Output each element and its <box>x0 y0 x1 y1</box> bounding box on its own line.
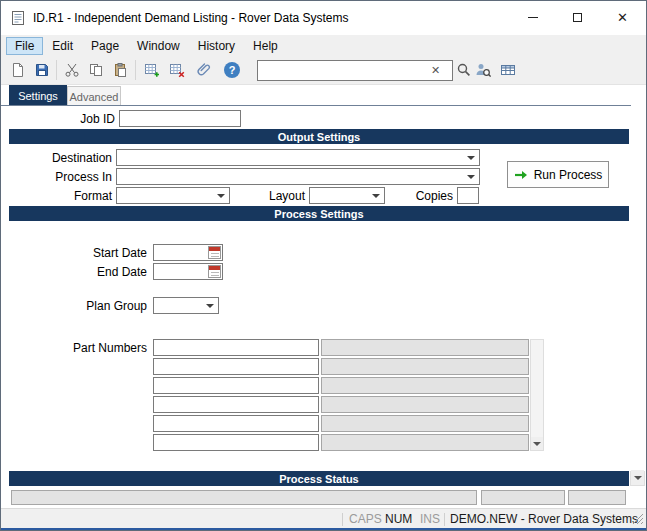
new-document-icon[interactable] <box>9 61 27 79</box>
form-scroll-down-button[interactable] <box>630 471 645 486</box>
tab-advanced[interactable]: Advanced <box>67 86 121 106</box>
run-process-button[interactable]: Run Process <box>507 161 609 188</box>
run-process-label: Run Process <box>534 168 603 182</box>
help-icon[interactable]: ? <box>223 61 241 79</box>
search-clear-icon[interactable]: ✕ <box>431 63 440 77</box>
part-description-field <box>321 377 529 394</box>
destination-dropdown[interactable] <box>116 149 480 166</box>
part-number-input[interactable] <box>153 358 319 375</box>
separator <box>444 513 445 526</box>
job-id-label: Job ID <box>41 112 115 127</box>
output-settings-header: Output Settings <box>9 129 629 144</box>
chevron-down-icon <box>467 156 475 160</box>
menu-help[interactable]: Help <box>244 37 287 55</box>
calendar-icon[interactable] <box>208 265 221 278</box>
menu-window[interactable]: Window <box>128 37 189 55</box>
app-icon <box>10 10 26 26</box>
calendar-icon[interactable] <box>208 246 221 259</box>
copy-icon[interactable] <box>87 61 105 79</box>
process-status-header: Process Status <box>9 471 629 486</box>
run-arrow-icon <box>514 169 528 181</box>
table-icon[interactable] <box>499 61 517 79</box>
search-input[interactable] <box>257 60 453 81</box>
scroll-down-button[interactable] <box>531 437 543 450</box>
process-in-label: Process In <box>9 170 112 185</box>
caption-buttons: ✕ <box>510 2 645 33</box>
part-numbers-label: Part Numbers <box>59 341 147 356</box>
start-date-value <box>154 248 156 262</box>
format-dropdown[interactable] <box>116 187 230 204</box>
grid-insert-icon[interactable] <box>143 61 161 79</box>
toolbar: ? ✕ <box>1 56 646 85</box>
connection-status: DEMO.NEW - Rover Data Systems <box>450 509 638 530</box>
copies-label: Copies <box>389 189 453 204</box>
process-in-dropdown[interactable] <box>116 168 480 185</box>
part-numbers-scrollbar[interactable] <box>530 339 544 451</box>
window-accent-border <box>1 528 646 530</box>
part-number-input[interactable] <box>153 339 319 356</box>
ins-indicator: INS <box>420 509 440 530</box>
layout-dropdown[interactable] <box>309 187 385 204</box>
format-label: Format <box>9 189 112 204</box>
job-id-input[interactable] <box>119 110 241 127</box>
close-button[interactable]: ✕ <box>600 2 645 33</box>
search-icon[interactable] <box>455 61 473 79</box>
part-description-field <box>321 396 529 413</box>
end-date-value <box>154 267 156 281</box>
title-bar[interactable]: ID.R1 - Independent Demand Listing - Rov… <box>1 1 646 35</box>
part-description-field <box>321 434 529 451</box>
status-message-field <box>11 490 477 505</box>
menu-history[interactable]: History <box>189 37 244 55</box>
copies-input[interactable] <box>457 187 479 204</box>
maximize-button[interactable] <box>555 2 600 33</box>
chevron-down-icon <box>467 175 475 179</box>
chevron-down-icon <box>217 194 225 198</box>
cut-icon[interactable] <box>63 61 81 79</box>
menu-bar: File Edit Page Window History Help <box>1 35 646 56</box>
caps-indicator: CAPS <box>349 509 382 530</box>
plan-group-dropdown[interactable] <box>153 297 219 314</box>
process-settings-header: Process Settings <box>9 206 629 221</box>
close-icon: ✕ <box>617 10 628 25</box>
status-field <box>481 490 565 505</box>
resize-grip[interactable] <box>632 513 644 528</box>
part-number-input[interactable] <box>153 396 319 413</box>
status-bar: CAPS NUM INS DEMO.NEW - Rover Data Syste… <box>1 508 646 530</box>
layout-label: Layout <box>235 189 305 204</box>
end-date-label: End Date <box>59 265 147 280</box>
scroll-down-button[interactable] <box>631 470 644 485</box>
part-number-input[interactable] <box>153 415 319 432</box>
part-description-field <box>321 339 529 356</box>
person-search-icon[interactable] <box>474 61 492 79</box>
menu-file[interactable]: File <box>6 37 43 55</box>
menu-edit[interactable]: Edit <box>43 37 82 55</box>
end-date-input[interactable] <box>153 263 223 280</box>
toolbar-separator <box>135 60 136 80</box>
separator <box>342 513 343 526</box>
part-description-field <box>321 415 529 432</box>
chevron-down-icon <box>634 476 642 480</box>
menu-page[interactable]: Page <box>82 37 128 55</box>
plan-group-label: Plan Group <box>59 299 147 314</box>
toolbar-separator <box>56 60 57 80</box>
chevron-down-icon <box>533 442 541 446</box>
save-icon[interactable] <box>33 61 51 79</box>
minimize-button[interactable] <box>510 2 555 33</box>
paste-icon[interactable] <box>111 61 129 79</box>
part-number-input[interactable] <box>153 434 319 451</box>
paperclip-icon[interactable] <box>195 61 213 79</box>
maximize-icon <box>573 13 582 22</box>
tab-underline <box>1 105 631 106</box>
grid-delete-icon[interactable] <box>168 61 186 79</box>
minimize-icon <box>528 17 538 18</box>
status-field <box>568 490 626 505</box>
part-description-field <box>321 358 529 375</box>
num-indicator: NUM <box>385 509 412 530</box>
app-window: ID.R1 - Independent Demand Listing - Rov… <box>0 0 647 531</box>
tab-settings[interactable]: Settings <box>9 85 67 106</box>
window-title: ID.R1 - Independent Demand Listing - Rov… <box>33 1 348 35</box>
start-date-input[interactable] <box>153 244 223 261</box>
part-number-input[interactable] <box>153 377 319 394</box>
chevron-down-icon <box>206 304 214 308</box>
destination-label: Destination <box>9 151 112 166</box>
